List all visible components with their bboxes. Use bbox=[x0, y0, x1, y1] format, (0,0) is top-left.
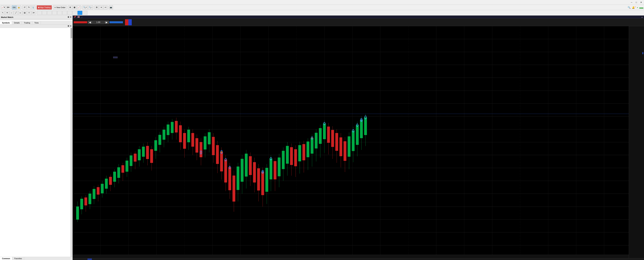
scroll-right-btn[interactable]: ⇥ bbox=[99, 6, 103, 10]
chart-tab-eurusd[interactable] bbox=[83, 259, 87, 260]
chart-pin-icon: 📌 bbox=[74, 16, 76, 18]
screenshot-btn[interactable]: 📷 bbox=[109, 6, 113, 10]
mw-tab-ticks[interactable]: Ticks bbox=[32, 21, 41, 24]
chart-tab-usdthb[interactable] bbox=[78, 259, 82, 260]
line-chart-btn[interactable]: 📈 bbox=[77, 6, 81, 10]
ide-btn[interactable]: IDE bbox=[12, 6, 16, 10]
close-btn[interactable]: ✕ bbox=[639, 1, 643, 4]
svg-rect-154 bbox=[315, 133, 318, 148]
svg-rect-150 bbox=[306, 142, 309, 157]
menu-help[interactable] bbox=[22, 2, 25, 3]
menu-charts[interactable] bbox=[13, 2, 16, 3]
chart-tab-us500[interactable] bbox=[88, 259, 92, 260]
svg-rect-128 bbox=[261, 172, 264, 195]
svg-rect-84 bbox=[171, 122, 174, 133]
menu-view[interactable] bbox=[7, 2, 10, 3]
svg-rect-162 bbox=[331, 130, 334, 147]
svg-rect-94 bbox=[191, 133, 194, 146]
menu-window[interactable] bbox=[19, 2, 22, 3]
regression-tool[interactable]: ▤ bbox=[23, 11, 27, 15]
menu-tools[interactable] bbox=[16, 2, 18, 3]
tf-m4[interactable] bbox=[42, 11, 47, 15]
tf-m2[interactable] bbox=[37, 11, 42, 15]
auto-scroll-btn[interactable]: ↻ bbox=[27, 6, 31, 10]
market-watch: Market Watch: ⚙ ✕ bbox=[0, 16, 72, 24]
sep8 bbox=[108, 6, 108, 9]
profiles-btn[interactable]: ⊞▾ bbox=[6, 6, 10, 10]
nav-close-icon[interactable]: ✕ bbox=[70, 25, 72, 27]
sell-button[interactable] bbox=[74, 21, 87, 23]
col-ask bbox=[24, 19, 36, 20]
navigator-content bbox=[0, 28, 70, 257]
tf-mn[interactable] bbox=[82, 11, 87, 15]
zoom-in-btn[interactable]: 🔍+ bbox=[82, 6, 88, 10]
nav-settings-icon[interactable]: ⚙ bbox=[68, 25, 69, 27]
algo-trading-btn[interactable]: ▣ Algo Trading bbox=[37, 6, 52, 10]
lot-down-btn[interactable]: ◀ bbox=[88, 21, 92, 24]
mw-close-icon[interactable]: ✕ bbox=[70, 16, 72, 18]
svg-rect-176 bbox=[360, 120, 363, 138]
svg-rect-64 bbox=[130, 156, 132, 166]
market-watch-header: Market Watch: ⚙ ✕ bbox=[0, 16, 72, 19]
nav-tabs: Common Favorites bbox=[0, 257, 72, 260]
chart-tab-xauusd[interactable] bbox=[73, 259, 78, 260]
minimize-btn[interactable]: ─ bbox=[630, 1, 634, 4]
nav-tab-common[interactable]: Common bbox=[0, 257, 12, 260]
tf-m15[interactable] bbox=[52, 11, 57, 15]
svg-rect-76 bbox=[154, 140, 157, 150]
tf-w1[interactable] bbox=[78, 11, 82, 15]
chart-canvas[interactable] bbox=[73, 26, 629, 258]
menu-edit[interactable] bbox=[4, 2, 6, 3]
grid-btn[interactable]: ⊞ bbox=[94, 6, 99, 10]
menu-insert[interactable] bbox=[10, 2, 12, 3]
mw-tab-details[interactable]: Details bbox=[12, 21, 22, 24]
svg-rect-66 bbox=[134, 154, 136, 162]
search-icon[interactable]: 🔍 bbox=[628, 6, 630, 9]
hchannel-tool[interactable]: ═ bbox=[18, 11, 22, 15]
nav-scrollbar[interactable] bbox=[70, 28, 72, 257]
tf-m5[interactable] bbox=[47, 11, 52, 15]
notifications-icon[interactable]: 🔔1 bbox=[632, 6, 636, 9]
scroll-left-btn[interactable]: ↤ bbox=[103, 6, 108, 10]
trendline-tool[interactable]: ╱ bbox=[14, 11, 18, 15]
toolbar2: ↖ ✛ ─ ╱ ═ ▤ T □▾ bbox=[0, 10, 644, 16]
mw-settings-icon[interactable]: ⚙ bbox=[68, 16, 69, 18]
lot-up-btn[interactable]: ▶ bbox=[104, 21, 109, 24]
text-tool[interactable]: T bbox=[27, 11, 31, 15]
zoom-out-btn[interactable]: 🔍− bbox=[88, 6, 93, 10]
new-order-btn[interactable]: + New Order bbox=[53, 6, 66, 10]
toolbar1: 📈▾ ⊞▾ IDE 🔒 ↺ ↻ 📡 ▣ Algo Trading + New O… bbox=[0, 5, 644, 10]
svg-rect-116 bbox=[236, 167, 239, 190]
svg-rect-168 bbox=[344, 141, 346, 161]
tf-d1[interactable] bbox=[72, 11, 77, 15]
chart-header: 📌 🇺🇸 , : ▲ bbox=[73, 16, 644, 18]
lot-input[interactable] bbox=[92, 20, 104, 24]
nav-tab-favorites[interactable]: Favorites bbox=[12, 257, 24, 260]
svg-rect-90 bbox=[183, 133, 186, 149]
nav-scroll-thumb[interactable] bbox=[70, 28, 72, 38]
hline-tool[interactable]: ─ bbox=[10, 11, 14, 15]
svg-rect-54 bbox=[109, 177, 112, 185]
svg-rect-134 bbox=[274, 161, 276, 179]
svg-rect-132 bbox=[270, 159, 272, 179]
tf-h1[interactable] bbox=[62, 11, 67, 15]
tf-m30[interactable] bbox=[57, 11, 62, 15]
menu-file[interactable] bbox=[1, 2, 4, 3]
crosshair-btn[interactable]: ⊕ bbox=[68, 6, 72, 10]
bar-chart-btn[interactable]: ▦ bbox=[72, 6, 76, 10]
chart-scroll-up-icon[interactable]: ▲ bbox=[641, 16, 643, 18]
mw-tab-symbols[interactable]: Symbols bbox=[0, 21, 12, 24]
signals-btn[interactable]: 📡 bbox=[31, 6, 35, 10]
history-btn[interactable]: ↺ bbox=[22, 6, 26, 10]
new-chart-btn[interactable]: 📈▾ bbox=[1, 6, 6, 10]
chart-main-area bbox=[73, 26, 644, 258]
cursor-tool[interactable]: ↖ bbox=[1, 11, 5, 15]
shapes-tool[interactable]: □▾ bbox=[32, 11, 36, 15]
indicator-dot-inner-4 bbox=[229, 167, 230, 168]
crosshair-tool[interactable]: ✛ bbox=[5, 11, 9, 15]
lock-btn[interactable]: 🔒 bbox=[17, 6, 21, 10]
maximize-btn[interactable]: □ bbox=[634, 1, 638, 4]
buy-button[interactable] bbox=[110, 21, 123, 23]
tf-h4[interactable] bbox=[68, 11, 72, 15]
mw-tab-trading[interactable]: Trading bbox=[22, 21, 32, 24]
